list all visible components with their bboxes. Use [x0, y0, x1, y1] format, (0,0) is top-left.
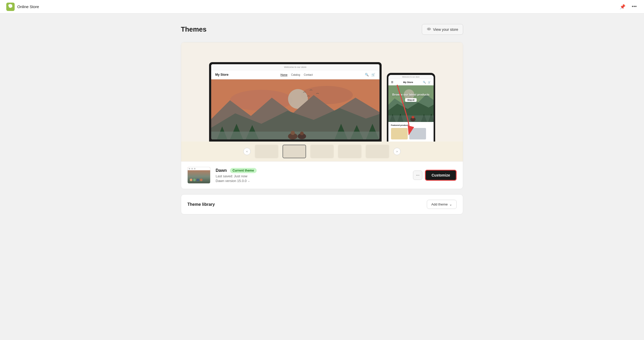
desktop-nav-icons: 🔍 🛒	[365, 73, 375, 77]
chevron-down-icon: ⌄	[449, 202, 452, 206]
pin-button[interactable]: 📌	[619, 3, 626, 11]
desktop-nav: My Store Home Catalog Contact 🔍 🛒	[211, 70, 380, 79]
color-swatch-4	[200, 179, 203, 181]
strip-prev-button[interactable]: ‹	[243, 148, 251, 155]
desktop-hero	[211, 79, 380, 139]
mobile-product-thumb-2	[409, 128, 426, 139]
main-content: Themes View your store Welcome to our st…	[165, 14, 479, 225]
view-store-label: View your store	[433, 27, 458, 32]
mobile-hero-illustration	[388, 85, 434, 122]
thumb-dot	[189, 168, 190, 169]
mobile-nav-icons: 🔍 🛒	[423, 81, 431, 84]
mobile-preview: Welcome to our store ☰ My Store 🔍 🛒	[387, 73, 435, 142]
nav-link-home: Home	[280, 73, 288, 76]
shopify-logo-icon	[6, 3, 15, 11]
nav-brand: Online Store	[6, 3, 39, 11]
theme-actions: ··· Customize	[413, 170, 457, 181]
eye-icon	[427, 27, 431, 32]
theme-name-row: Dawn Current theme	[216, 168, 408, 173]
mobile-browser-bar: Welcome to our store	[388, 75, 434, 79]
strip-thumb-5[interactable]	[366, 145, 389, 158]
add-theme-button[interactable]: Add theme ⌄	[427, 200, 457, 209]
page-title: Themes	[181, 25, 206, 33]
mobile-products-section: Featured products	[388, 122, 434, 142]
thumb-dot	[191, 168, 193, 169]
add-theme-label: Add theme	[431, 202, 448, 206]
ellipsis-icon: ···	[416, 173, 419, 178]
svg-point-17	[291, 131, 295, 135]
mobile-cart-icon: 🛒	[428, 81, 431, 84]
strip-thumb-2[interactable]	[283, 145, 306, 158]
desktop-nav-links: Home Catalog Contact	[280, 73, 313, 76]
theme-thumbnail	[187, 167, 210, 184]
nav-link-contact: Contact	[304, 73, 313, 76]
nav-link-catalog: Catalog	[291, 73, 300, 76]
mobile-hero: Browse our latest products Shop all	[388, 85, 434, 122]
color-swatch-1	[190, 179, 192, 181]
nav-actions: 📌 •••	[619, 3, 638, 11]
color-swatch-3	[197, 179, 199, 181]
svg-rect-31	[412, 116, 414, 118]
desktop-browser-bar: Welcome to our store	[211, 64, 380, 70]
cart-icon: 🛒	[371, 73, 375, 77]
theme-name: Dawn	[216, 168, 227, 173]
desktop-preview: Welcome to our store My Store Home Catal…	[209, 62, 382, 142]
theme-library-card: Theme library Add theme ⌄	[181, 194, 463, 214]
mobile-screen: Welcome to our store ☰ My Store 🔍 🛒	[388, 75, 434, 142]
desktop-screen: Welcome to our store My Store Home Catal…	[211, 64, 380, 139]
mobile-store-name: My Store	[403, 81, 413, 84]
mobile-product-thumb-1	[391, 128, 408, 139]
svg-point-19	[300, 132, 304, 135]
theme-card: Welcome to our store My Store Home Catal…	[181, 42, 463, 189]
customize-button[interactable]: Customize	[425, 170, 457, 181]
page-header: Themes View your store	[181, 24, 463, 35]
theme-last-saved: Last saved: Just now	[216, 174, 408, 178]
hamburger-icon: ☰	[391, 81, 393, 84]
thumb-mini-nav	[188, 167, 210, 170]
preview-area: Welcome to our store My Store Home Catal…	[181, 42, 463, 142]
theme-version[interactable]: Dawn version 15.0.0 ⌄	[216, 179, 408, 183]
strip-thumb-1[interactable]	[255, 145, 278, 158]
strip-next-button[interactable]: ›	[393, 148, 401, 155]
mobile-hero-text: Browse our latest products Shop all	[388, 93, 434, 102]
strip-thumb-4[interactable]	[338, 145, 361, 158]
mobile-search-icon: 🔍	[423, 81, 426, 84]
current-theme-badge: Current theme	[230, 168, 257, 173]
preview-strip: ‹ ›	[181, 142, 463, 162]
view-store-button[interactable]: View your store	[422, 24, 463, 35]
app-title: Online Store	[17, 4, 39, 9]
mobile-nav: ☰ My Store 🔍 🛒	[388, 79, 434, 85]
more-options-button[interactable]: •••	[631, 3, 638, 10]
top-nav: Online Store 📌 •••	[0, 0, 644, 14]
theme-info-row: Dawn Current theme Last saved: Just now …	[181, 162, 463, 189]
desktop-store-name: My Store	[215, 73, 229, 77]
mobile-product-row	[391, 128, 431, 139]
chevron-down-icon: ⌄	[248, 179, 250, 182]
mobile-shop-all-btn: Shop all	[405, 98, 416, 102]
mobile-featured-title: Featured products	[391, 124, 431, 126]
color-swatch-2	[193, 179, 196, 181]
search-icon: 🔍	[365, 73, 369, 77]
strip-thumb-3[interactable]	[310, 145, 334, 158]
hero-illustration	[211, 79, 380, 139]
thumb-color-swatches	[189, 178, 204, 182]
theme-details: Dawn Current theme Last saved: Just now …	[216, 168, 408, 183]
theme-library-header: Theme library Add theme ⌄	[187, 200, 457, 209]
svg-point-2	[428, 28, 429, 30]
thumb-dot	[194, 168, 196, 169]
theme-more-button[interactable]: ···	[413, 171, 422, 180]
theme-library-title: Theme library	[187, 202, 215, 207]
